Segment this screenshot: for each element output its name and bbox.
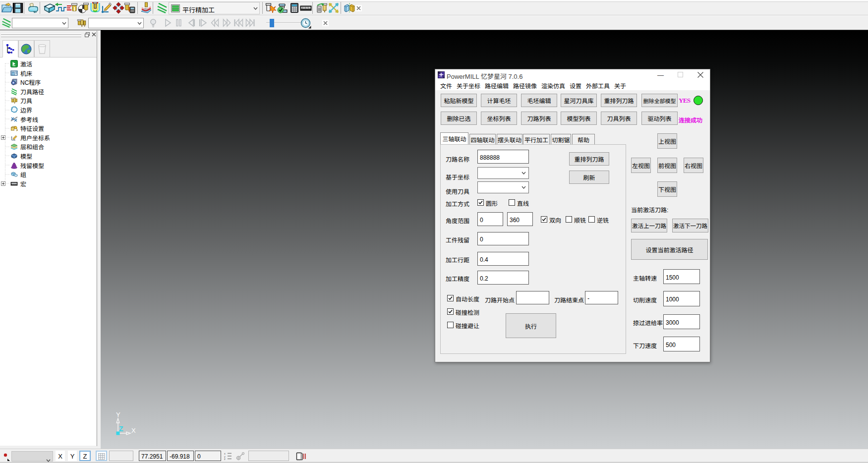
svg-text:Y: Y	[116, 411, 120, 418]
svg-text:z: z	[224, 458, 226, 461]
svg-text:X: X	[131, 427, 136, 434]
